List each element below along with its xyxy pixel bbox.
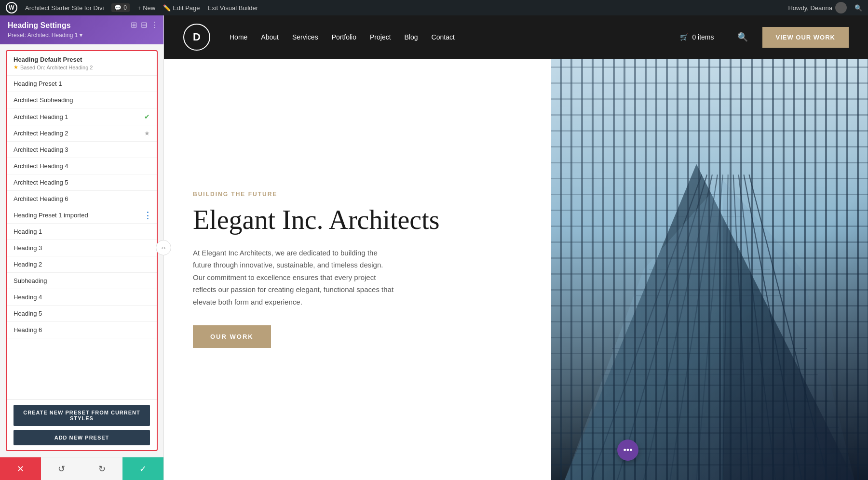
list-item[interactable]: Heading 5 xyxy=(7,306,157,322)
preview-area: D Home About Services Portfolio Project … xyxy=(164,15,868,480)
list-item[interactable]: Heading 6 xyxy=(7,322,157,338)
svg-line-4 xyxy=(644,174,712,480)
panel-icon-expand[interactable]: ⊞ xyxy=(131,20,137,29)
svg-line-3 xyxy=(617,174,707,480)
panel-icon-columns[interactable]: ⊟ xyxy=(141,20,147,29)
cart-area[interactable]: 🛒 0 items xyxy=(680,33,714,41)
panel-icon-more[interactable]: ⋮ xyxy=(151,20,159,29)
site-logo: D xyxy=(183,24,210,51)
svg-line-10 xyxy=(744,174,802,480)
user-howdy: Howdy, Deanna xyxy=(788,2,847,13)
undo-button[interactable]: ↺ xyxy=(41,457,82,480)
hero-right-image xyxy=(551,59,868,480)
svg-line-2 xyxy=(591,174,702,480)
svg-line-7 xyxy=(723,174,728,480)
default-preset-based-on: ★ Based On: Architect Heading 2 xyxy=(14,64,150,70)
list-item[interactable]: Architect Subheading xyxy=(7,92,157,108)
based-on-star-icon: ★ xyxy=(14,64,18,70)
list-item[interactable]: Architect Heading 6 xyxy=(7,191,157,207)
preset-star-icon: ★ xyxy=(144,130,150,137)
nav-link-about[interactable]: About xyxy=(261,33,279,41)
site-name-text: Architect Starter Site for Divi xyxy=(25,4,104,12)
cart-icon: 🛒 xyxy=(680,33,688,41)
hero-title: Elegant Inc. Architects xyxy=(193,205,522,235)
add-preset-button[interactable]: ADD NEW PRESET xyxy=(14,430,150,445)
site-navigation: D Home About Services Portfolio Project … xyxy=(164,15,868,59)
building-image xyxy=(551,59,868,480)
fab-button[interactable]: ••• xyxy=(617,440,638,461)
preset-dropdown-panel: Heading Default Preset ★ Based On: Archi… xyxy=(6,50,158,451)
cart-count: 0 items xyxy=(692,33,714,41)
panel-header: Heading Settings Preset: Architect Headi… xyxy=(0,15,163,44)
svg-line-9 xyxy=(739,174,775,480)
create-preset-button[interactable]: CREATE NEW PRESET FROM CURRENT STYLES xyxy=(14,405,150,426)
list-item[interactable]: Heading 3 xyxy=(7,240,157,256)
wp-admin-bar: W Architect Starter Site for Divi 💬 0 + … xyxy=(0,0,868,15)
search-icon[interactable]: 🔍 xyxy=(854,4,862,12)
list-item[interactable]: Architect Heading 2 ★ xyxy=(7,125,157,142)
edit-page-link[interactable]: ✏️ Edit Page xyxy=(163,4,200,12)
hero-description: At Elegant Inc Architects, we are dedica… xyxy=(193,247,395,308)
list-item[interactable]: Heading 4 xyxy=(7,289,157,306)
svg-line-5 xyxy=(670,174,718,480)
svg-marker-23 xyxy=(723,180,854,480)
dots-icon: ⋮ xyxy=(143,210,152,221)
default-preset-title: Heading Default Preset xyxy=(14,56,150,63)
svg-rect-0 xyxy=(551,59,868,480)
nav-link-services[interactable]: Services xyxy=(292,33,318,41)
svg-marker-22 xyxy=(565,180,723,480)
left-panel: Heading Settings Preset: Architect Headi… xyxy=(0,15,164,480)
svg-marker-1 xyxy=(565,164,854,480)
building-svg xyxy=(551,59,868,480)
nav-link-portfolio[interactable]: Portfolio xyxy=(332,33,356,41)
user-avatar xyxy=(835,2,847,13)
resize-handle[interactable]: ↔ xyxy=(156,240,171,255)
selected-check-icon: ✔ xyxy=(144,113,150,120)
list-item[interactable]: Heading 1 xyxy=(7,224,157,240)
preset-list: Heading Preset 1 Architect Subheading Ar… xyxy=(7,76,157,400)
default-preset-item[interactable]: Heading Default Preset ★ Based On: Archi… xyxy=(7,51,157,76)
list-item[interactable]: Subheading xyxy=(7,273,157,289)
list-item[interactable]: Heading Preset 1 imported ⋮ xyxy=(7,207,157,224)
nav-link-contact[interactable]: Contact xyxy=(432,33,455,41)
preset-dropdown-arrow[interactable]: ▾ xyxy=(80,32,82,39)
list-item[interactable]: Architect Heading 1 ✔ xyxy=(7,108,157,125)
panel-preset-label: Preset: Architect Heading 1 ▾ xyxy=(8,32,156,39)
wp-logo-icon[interactable]: W xyxy=(6,2,17,13)
hero-section: BUILDING THE FUTURE Elegant Inc. Archite… xyxy=(164,59,868,480)
list-item[interactable]: Architect Heading 5 xyxy=(7,174,157,191)
view-our-work-button[interactable]: VIEW OUR WORK xyxy=(762,27,849,48)
nav-search-icon[interactable]: 🔍 xyxy=(737,32,748,42)
list-item[interactable]: Architect Heading 4 xyxy=(7,158,157,174)
nav-link-project[interactable]: Project xyxy=(370,33,391,41)
redo-button[interactable]: ↻ xyxy=(82,457,123,480)
list-item[interactable]: Architect Heading 3 xyxy=(7,142,157,158)
new-post-link[interactable]: + New xyxy=(137,4,155,12)
site-name-link[interactable]: Architect Starter Site for Divi xyxy=(25,4,104,12)
main-area: Heading Settings Preset: Architect Headi… xyxy=(0,15,868,480)
fab-dots-icon: ••• xyxy=(624,445,633,455)
svg-line-11 xyxy=(749,174,828,480)
svg-line-6 xyxy=(696,174,723,480)
list-item[interactable]: Heading 2 xyxy=(7,256,157,273)
hero-left-content: BUILDING THE FUTURE Elegant Inc. Archite… xyxy=(164,59,551,480)
close-button[interactable]: ✕ xyxy=(0,457,41,480)
nav-link-blog[interactable]: Blog xyxy=(405,33,418,41)
comment-count[interactable]: 💬 0 xyxy=(111,3,130,12)
panel-footer: CREATE NEW PRESET FROM CURRENT STYLES AD… xyxy=(7,400,157,450)
bottom-toolbar: ✕ ↺ ↻ ✓ xyxy=(0,457,163,480)
svg-line-8 xyxy=(733,174,749,480)
list-item[interactable]: Heading Preset 1 xyxy=(7,76,157,92)
exit-builder-link[interactable]: Exit Visual Builder xyxy=(208,4,258,12)
hero-tag: BUILDING THE FUTURE xyxy=(193,191,522,198)
save-button[interactable]: ✓ xyxy=(122,457,163,480)
panel-header-actions: ⊞ ⊟ ⋮ xyxy=(131,20,159,29)
nav-links: Home About Services Portfolio Project Bl… xyxy=(230,32,748,42)
nav-link-home[interactable]: Home xyxy=(230,33,247,41)
hero-cta-button[interactable]: OUR WORK xyxy=(193,325,271,348)
